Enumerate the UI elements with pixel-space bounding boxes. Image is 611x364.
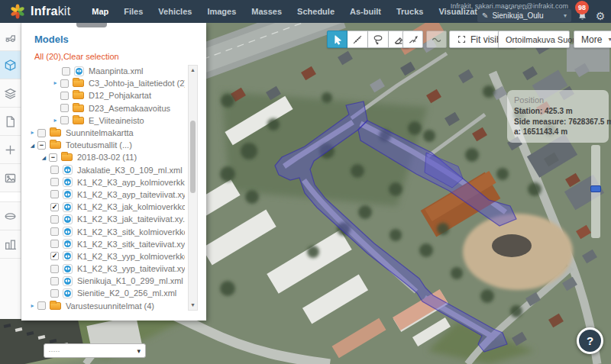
tree-row[interactable]: Sienikuja_K1_0_299_ml.xml <box>21 275 185 287</box>
tree-checkbox[interactable] <box>60 104 69 112</box>
nav-item-trucks[interactable]: Trucks <box>389 0 431 23</box>
collapse-arrow-icon[interactable]: ◢ <box>27 143 37 148</box>
tree-item-label: K1_K2_K3_jak_kolmioverkko.mm.xml <box>77 202 185 211</box>
tree-row[interactable]: ✓K1_K2_K3_jak_kolmioverkko.mm.xml <box>21 201 185 213</box>
tree-row[interactable]: ◢−Toteutusmallit (...) <box>21 139 185 151</box>
clear-selection-link[interactable]: Clear selection <box>63 52 119 61</box>
tree-checkbox[interactable] <box>50 277 59 285</box>
tree-checkbox[interactable]: − <box>49 153 57 162</box>
tree-scrollbar[interactable]: ▲ ▼ <box>188 65 198 311</box>
nav-item-map[interactable]: Map <box>84 0 116 23</box>
help-button[interactable]: ? <box>577 327 603 354</box>
tree-checkbox[interactable] <box>37 129 46 137</box>
tree-item-label: Sienitie_K2_0_256_ml.xml <box>77 288 176 298</box>
map-zoom-slider[interactable] <box>591 145 600 238</box>
ghost-tool-wrap <box>426 31 447 48</box>
sidebar-tool-alignments[interactable] <box>0 202 21 230</box>
map-tool-section[interactable] <box>402 31 423 48</box>
brand-name: Infrakit <box>31 5 70 18</box>
tree-row[interactable]: D12_Pohjakartat <box>21 89 185 101</box>
buildings-icon <box>4 238 17 251</box>
expand-arrow-icon[interactable]: ▸ <box>50 118 60 124</box>
nav-item-schedule[interactable]: Schedule <box>289 0 342 23</box>
project-selector[interactable]: ✎ Sienikuja_Oulu ▾ <box>477 9 571 22</box>
sidebar-tool-documents[interactable] <box>0 108 21 136</box>
tree-checkbox[interactable] <box>60 116 69 124</box>
top-navigation-bar: Infrakit MapFilesVehiclesImagesMassesSch… <box>0 0 611 23</box>
infrakit-logo-icon[interactable] <box>9 3 26 20</box>
lasso-icon <box>372 34 384 46</box>
tree-item-label: Maanpinta.xml <box>89 66 144 76</box>
nav-item-masses[interactable]: Masses <box>244 0 289 23</box>
model-file-icon <box>74 66 84 76</box>
sidebar-tool-machines[interactable] <box>0 23 21 51</box>
tree-checkbox[interactable] <box>50 190 59 198</box>
map-tool-lasso[interactable] <box>368 31 389 48</box>
tree-row[interactable]: ▸C3_Johto-ja_laitetiedot (2) <box>21 77 185 89</box>
tree-row[interactable]: K1_K2_K3_sitk_taiteviivat.xy.xml <box>21 238 185 250</box>
sidebar-tool-buildings[interactable] <box>0 230 21 259</box>
tree-checkbox[interactable] <box>50 240 59 248</box>
settings-button[interactable]: ⚙ <box>592 9 609 22</box>
tree-row[interactable]: K1_K2_K3_sitk_kolmioverkko.mm.xml <box>21 225 185 237</box>
nav-item-files[interactable]: Files <box>116 0 150 23</box>
tree-checkbox[interactable] <box>37 301 46 310</box>
tree-checkbox[interactable] <box>62 67 70 76</box>
tree-row[interactable]: K1_K2_K3_ayp_kolmioverkko.mm.xml <box>21 176 185 188</box>
sidebar-tool-layers[interactable] <box>0 79 21 108</box>
tree-item-label: Jakalatie_K3_0_109_ml.xml <box>77 166 183 175</box>
select-all-link[interactable]: All (20), <box>34 52 63 61</box>
tree-item-label: E_Viiteaineisto <box>89 116 144 125</box>
tree-row[interactable]: Sienitie_K2_0_256_ml.xml <box>21 287 185 299</box>
basemap-dropdown[interactable]: Ortoilmakuva Suomi ▼ <box>498 31 570 48</box>
scrollbar-thumb[interactable] <box>190 121 196 193</box>
tree-row[interactable]: Jakalatie_K3_0_109_ml.xml <box>21 164 185 176</box>
panel-collapse-handle[interactable] <box>76 23 107 27</box>
tree-checkbox[interactable]: − <box>37 141 46 150</box>
tree-checkbox[interactable] <box>50 215 59 224</box>
zoom-slider-handle[interactable] <box>590 185 601 192</box>
tree-row[interactable]: K1_K2_K3_yyp_taiteviivat.xy.xml <box>21 263 185 275</box>
tree-row[interactable]: ▸Suunnitelmakartta <box>21 127 185 139</box>
collapse-arrow-icon[interactable]: ◢ <box>39 155 49 160</box>
sidebar-tool-models[interactable] <box>0 51 21 79</box>
tree-row[interactable]: K1_K2_K3_jak_taiteviivat.xy.xml <box>21 213 185 225</box>
tree-checkbox[interactable]: ✓ <box>50 203 59 211</box>
edit-pencil-icon[interactable]: ✎ <box>482 12 488 20</box>
tree-row[interactable]: D23_Asemakaavoitus <box>21 102 185 114</box>
model-file-icon <box>63 165 73 175</box>
tree-row[interactable]: K1_K2_K3_ayp_taiteviivat.xy.xml <box>21 188 185 201</box>
nav-item-vehicles[interactable]: Vehicles <box>150 0 199 23</box>
expand-arrow-icon[interactable]: ▸ <box>50 80 60 86</box>
alignment-select[interactable]: ----- ▾ <box>44 343 146 358</box>
expand-arrow-icon[interactable]: ▸ <box>27 303 37 309</box>
sidebar-tool-measure-point[interactable] <box>0 136 21 164</box>
sidebar-tool-images[interactable] <box>0 164 21 192</box>
tree-row[interactable]: ▸Varustesuunnitelmat (4) <box>21 300 185 312</box>
tree-row[interactable]: ▸E_Viiteaineisto <box>21 114 185 127</box>
tree-row[interactable]: Maanpinta.xml <box>21 65 185 77</box>
tree-item-label: D23_Asemakaavoitus <box>89 104 170 113</box>
model-file-icon <box>63 227 73 237</box>
wave-icon <box>431 34 443 46</box>
tree-checkbox[interactable] <box>50 227 59 236</box>
scroll-down-icon[interactable]: ▼ <box>189 301 197 310</box>
tree-row[interactable]: ✓K1_K2_K3_yyp_kolmioverkko.mm.xml <box>21 250 185 263</box>
map-tool-measure[interactable] <box>348 31 368 48</box>
more-dropdown[interactable]: More ▼ <box>574 31 611 48</box>
model-file-icon <box>63 177 73 187</box>
tree-row[interactable]: ◢−2018-03-02 (11) <box>21 151 185 163</box>
map-tool-select[interactable] <box>327 31 348 48</box>
tree-checkbox[interactable] <box>60 92 69 100</box>
tree-checkbox[interactable] <box>50 178 59 186</box>
nav-item-images[interactable]: Images <box>199 0 244 23</box>
nav-item-asbuilt[interactable]: As-built <box>342 0 389 23</box>
tree-checkbox[interactable] <box>60 79 69 88</box>
tree-checkbox[interactable] <box>50 265 59 273</box>
expand-arrow-icon[interactable]: ▸ <box>27 130 37 136</box>
tree-checkbox[interactable] <box>50 166 59 174</box>
tree-checkbox[interactable]: ✓ <box>50 252 59 260</box>
scroll-up-icon[interactable]: ▲ <box>189 66 197 75</box>
tree-checkbox[interactable] <box>50 289 59 298</box>
notification-badge[interactable]: 98 <box>575 1 589 14</box>
